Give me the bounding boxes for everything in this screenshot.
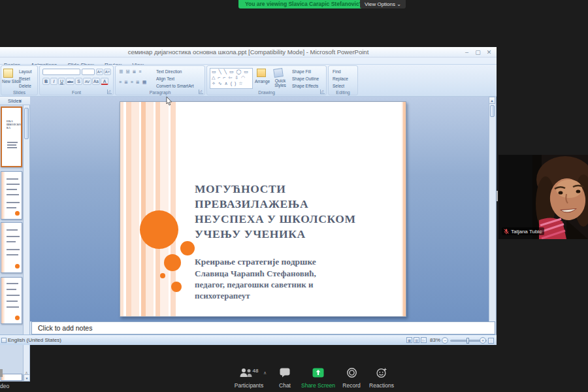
muted-mic-icon xyxy=(504,229,509,235)
reactions-button[interactable]: Reactions xyxy=(366,368,397,389)
slide-thumbnail-4[interactable] xyxy=(1,277,22,324)
close-button[interactable]: ✕ xyxy=(484,48,494,56)
quick-styles-icon xyxy=(273,68,284,78)
slide-scrollbar-thumb[interactable] xyxy=(490,105,495,117)
grow-font-button[interactable]: A˄ xyxy=(96,69,103,75)
zoom-slider-thumb[interactable] xyxy=(466,338,469,344)
strikethrough-button[interactable]: abe xyxy=(66,78,74,85)
record-label: Record xyxy=(337,382,366,389)
fit-to-window-icon[interactable]: ⛶ xyxy=(488,338,494,344)
slides-group-label: Slides xyxy=(1,90,37,95)
shrink-font-button[interactable]: A˅ xyxy=(104,69,111,75)
new-slide-button[interactable]: New Slide xyxy=(2,79,18,84)
replace-button[interactable]: Replace xyxy=(333,76,348,82)
shapes-row-2[interactable]: △ ⌐ ⌐ ⇦ ⇩ ◠ xyxy=(210,74,252,80)
zoom-in-button[interactable]: + xyxy=(480,337,486,344)
maximize-button[interactable]: ▢ xyxy=(473,48,483,56)
drawing-dialog-launcher-icon[interactable]: ◿ xyxy=(320,90,325,94)
shape-fill-button[interactable]: Shape Fill xyxy=(292,69,311,74)
participant-video-tile[interactable]: Tatjana Tubic xyxy=(498,155,588,239)
powerpoint-window: семинар дијагностика основна школа.ppt [… xyxy=(0,47,497,345)
notes-pane[interactable]: Click to add notes xyxy=(31,321,495,335)
alignment-buttons-row[interactable]: ≡ ≣ ≡ ≣ ▦ xyxy=(119,79,147,85)
participant-webcam-photo xyxy=(532,155,588,239)
font-dialog-launcher-icon[interactable]: ◿ xyxy=(107,90,112,94)
slide[interactable]: МОГУЋНОСТИ ПРЕВАЗИЛАЖЕЊА НЕУСПЕХА У ШКОЛ… xyxy=(120,101,406,317)
font-name-combobox[interactable] xyxy=(42,69,80,75)
shape-effects-button[interactable]: Shape Effects xyxy=(292,83,318,89)
text-direction-button[interactable]: Text Direction xyxy=(156,69,182,74)
font-color-button[interactable]: A xyxy=(101,78,108,85)
new-slide-icon xyxy=(3,69,13,78)
quick-styles-button[interactable]: Quick Styles xyxy=(271,78,289,88)
slideshow-view-icon[interactable]: ▷ xyxy=(421,337,427,343)
italic-button[interactable]: I xyxy=(50,78,57,85)
share-screen-label: Share Screen xyxy=(299,382,337,389)
view-options-button[interactable]: View Options ⌄ xyxy=(360,0,406,8)
shapes-gallery[interactable]: ▭ ╲ ╲ ▭ ◯ ▭ △ ⌐ ⌐ ⇦ ⇩ ◠ ✧ ∿ ∧ ( ) ☆ xyxy=(210,68,253,89)
arrange-button[interactable]: Arrange xyxy=(255,78,270,84)
list-buttons-row[interactable]: ☰ ☱ ≣ ≡ xyxy=(119,69,142,74)
window-title: семинар дијагностика основна школа.ppt [… xyxy=(0,47,497,57)
close-icon[interactable]: ✕ xyxy=(18,97,22,105)
slide-thumbnail-3[interactable] xyxy=(1,222,22,273)
zoom-out-button[interactable]: − xyxy=(442,337,448,344)
slide-scrollbar[interactable]: ▲ xyxy=(489,97,495,321)
text-shadow-button[interactable]: S xyxy=(75,78,82,85)
change-case-button[interactable]: Aa xyxy=(92,78,100,85)
find-button[interactable]: Find xyxy=(333,69,341,74)
layout-button[interactable]: Layout xyxy=(19,69,32,74)
record-icon xyxy=(347,368,357,378)
align-text-button[interactable]: Align Text xyxy=(156,76,174,82)
zoom-level: 83% xyxy=(430,335,440,346)
bold-button[interactable]: B xyxy=(42,78,50,85)
video-options-caret-icon[interactable]: ∧ xyxy=(25,370,28,376)
chat-label: Chat xyxy=(270,382,299,389)
character-spacing-button[interactable]: AV xyxy=(83,78,91,85)
slide-title[interactable]: МОГУЋНОСТИ ПРЕВАЗИЛАЖЕЊА НЕУСПЕХА У ШКОЛ… xyxy=(195,182,397,242)
shape-outline-button[interactable]: Shape Outline xyxy=(292,76,319,82)
status-bar: English (United States) ▦ ▥ ▷ 83% − + ⛶ xyxy=(0,335,497,345)
chat-icon xyxy=(280,368,290,378)
participant-name-tag: Tatjana Tubic xyxy=(502,227,544,235)
decorative-circle-tiny xyxy=(160,273,165,278)
shapes-row-3[interactable]: ✧ ∿ ∧ ( ) ☆ xyxy=(210,80,252,86)
record-button[interactable]: Record xyxy=(337,368,366,389)
participants-label: Participants xyxy=(230,382,268,389)
mouse-cursor-icon xyxy=(166,97,172,106)
editing-group-label: Editing xyxy=(329,90,357,95)
decorative-circle-medium xyxy=(164,254,181,271)
thumbnail-1-text: ЕЊА ШКОЛСКОМ КА xyxy=(7,120,22,129)
underline-button[interactable]: U xyxy=(58,78,65,85)
scroll-up-icon[interactable]: ▲ xyxy=(489,97,495,104)
share-screen-button[interactable]: Share Screen xyxy=(299,368,337,389)
slide-sorter-view-icon[interactable]: ▥ xyxy=(414,337,419,343)
convert-smartart-button[interactable]: Convert to SmartArt xyxy=(156,83,193,89)
drawing-group-label: Drawing xyxy=(207,90,326,95)
slide-canvas: МОГУЋНОСТИ ПРЕВАЗИЛАЖЕЊА НЕУСПЕХА У ШКОЛ… xyxy=(30,97,489,321)
slide-subtitle[interactable]: Креирање стратегије подршке xyxy=(195,256,391,267)
font-size-combobox[interactable] xyxy=(82,69,95,75)
minimize-button[interactable]: – xyxy=(462,48,472,56)
slide-thumbnail-2[interactable] xyxy=(1,171,22,220)
video-button-partial-icon[interactable] xyxy=(0,369,3,377)
shapes-row-1[interactable]: ▭ ╲ ╲ ▭ ◯ ▭ xyxy=(210,69,252,74)
participants-button[interactable]: 48 ∧ Participants xyxy=(230,368,268,389)
chat-button[interactable]: Chat xyxy=(270,368,299,389)
thumbnails-scrollbar-thumb[interactable] xyxy=(24,108,29,139)
select-button[interactable]: Select xyxy=(333,83,344,89)
slide-thumbnail-5[interactable] xyxy=(1,374,22,381)
decorative-circle-small-right xyxy=(180,241,195,255)
reactions-icon xyxy=(376,368,387,378)
font-group-label: Font xyxy=(40,90,113,95)
slide-author-text[interactable]: Славица Чарапић Стефановић, педагог, пед… xyxy=(195,268,391,301)
reset-button[interactable]: Reset xyxy=(19,76,30,82)
paragraph-dialog-launcher-icon[interactable]: ◿ xyxy=(199,90,203,94)
normal-view-icon[interactable]: ▦ xyxy=(406,337,412,343)
zoom-meeting-screen: You are viewing Slavica Carapic Stefanov… xyxy=(0,0,588,392)
window-titlebar[interactable]: семинар дијагностика основна школа.ppt [… xyxy=(0,47,497,57)
slide-thumbnail-1[interactable]: ЕЊА ШКОЛСКОМ КА xyxy=(1,106,22,167)
delete-button[interactable]: Delete xyxy=(19,83,31,89)
language-status[interactable]: English (United States) xyxy=(0,335,61,346)
participants-caret-icon[interactable]: ∧ xyxy=(263,370,267,376)
